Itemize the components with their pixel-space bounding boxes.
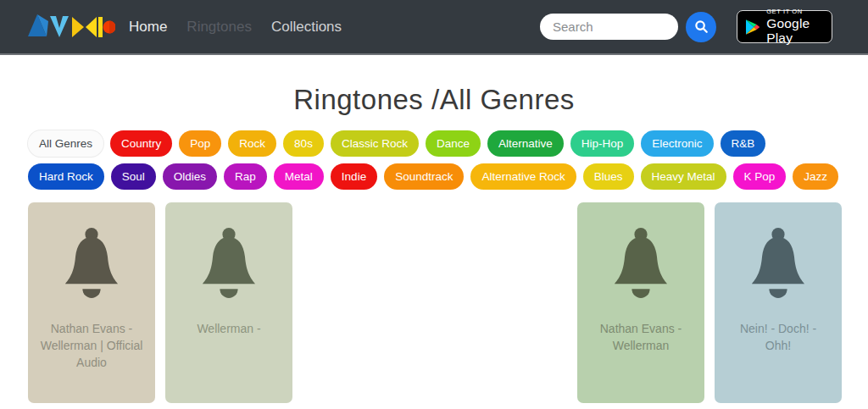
bell-icon	[746, 226, 810, 311]
genre-pill-alternative[interactable]: Alternative	[487, 130, 564, 157]
genre-pill-blues[interactable]: Blues	[583, 163, 634, 190]
genre-pill-all-genres[interactable]: All Genres	[28, 130, 103, 157]
genre-pill-oldies[interactable]: Oldies	[163, 163, 217, 190]
ringtone-card[interactable]: Nein! - Doch! - Ohh!	[715, 202, 842, 403]
ringtone-title: Nathan Evans - Wellerman	[588, 320, 693, 354]
card-slot-5: Nein! - Doch! - Ohh!	[715, 202, 842, 403]
genre-pill-rap[interactable]: Rap	[224, 163, 267, 190]
nav-item-home[interactable]: Home	[129, 19, 167, 36]
ringtone-card[interactable]: Wellerman -	[165, 202, 292, 403]
search-input[interactable]	[540, 14, 678, 40]
genre-pill-alternative-rock[interactable]: Alternative Rock	[470, 163, 576, 190]
genre-pill-heavy-metal[interactable]: Heavy Metal	[641, 163, 726, 190]
nav-item-ringtones[interactable]: Ringtones	[186, 19, 252, 36]
play-badge-line2: Google Play	[766, 16, 823, 45]
genre-pill-electronic[interactable]: Electronic	[641, 130, 713, 157]
card-slot-1: Wellerman -	[165, 202, 292, 403]
ringtone-card[interactable]: Nathan Evans - Wellerman	[577, 202, 704, 403]
genre-pill-k-pop[interactable]: K Pop	[733, 163, 787, 190]
search-icon	[694, 19, 709, 34]
card-slot-3	[440, 202, 567, 403]
genre-pill-r-b[interactable]: R&B	[721, 130, 766, 157]
genre-pill-rock[interactable]: Rock	[228, 130, 276, 157]
ringtone-title: Nathan Evans - Wellerman | Official Audi…	[39, 320, 144, 371]
ringtone-grid: Nathan Evans - Wellerman | Official Audi…	[28, 202, 868, 403]
play-badge-text: GET IT ON Google Play	[766, 8, 823, 44]
ringtone-card[interactable]: Nathan Evans - Wellerman | Official Audi…	[28, 202, 155, 403]
genre-pill-indie[interactable]: Indie	[331, 163, 377, 190]
genre-pill-jazz[interactable]: Jazz	[793, 163, 838, 190]
genre-pill-pop[interactable]: Pop	[179, 130, 221, 157]
audiko-logo[interactable]	[28, 11, 115, 42]
page-title: Ringtones /All Genres	[0, 84, 868, 116]
genre-pill-metal[interactable]: Metal	[274, 163, 324, 190]
bell-icon	[197, 226, 261, 311]
play-store-icon	[746, 17, 760, 37]
card-slot-2	[303, 202, 430, 403]
card-slot-0: Nathan Evans - Wellerman | Official Audi…	[28, 202, 155, 403]
genre-pill-dance[interactable]: Dance	[426, 130, 481, 157]
genre-pill-80s[interactable]: 80s	[283, 130, 324, 157]
genre-pill-country[interactable]: Country	[110, 130, 172, 157]
ringtone-title: Wellerman -	[197, 320, 260, 337]
genre-pill-hard-rock[interactable]: Hard Rock	[28, 163, 104, 190]
search-area	[540, 12, 716, 42]
play-badge-line1: GET IT ON	[766, 8, 823, 15]
search-button[interactable]	[686, 12, 716, 42]
bell-icon	[59, 226, 124, 311]
genre-row-2: Hard RockSoulOldiesRapMetalIndieSoundtra…	[28, 163, 868, 190]
genre-pill-soundtrack[interactable]: Soundtrack	[384, 163, 464, 190]
genre-pill-soul[interactable]: Soul	[111, 163, 156, 190]
card-slot-4: Nathan Evans - Wellerman	[577, 202, 704, 403]
app-header: HomeRingtonesCollections GET IT ON Googl…	[0, 0, 868, 55]
nav-item-collections[interactable]: Collections	[271, 19, 342, 36]
genre-pill-classic-rock[interactable]: Classic Rock	[331, 130, 419, 157]
ringtone-title: Nein! - Doch! - Ohh!	[726, 320, 831, 354]
genre-pill-hip-hop[interactable]: Hip-Hop	[570, 130, 635, 157]
main-nav: HomeRingtonesCollections	[129, 19, 342, 36]
google-play-badge[interactable]: GET IT ON Google Play	[737, 10, 832, 43]
bell-icon	[609, 226, 673, 311]
genre-filter: All GenresCountryPopRock80sClassic RockD…	[28, 130, 868, 190]
audiko-logo-icon	[28, 11, 115, 42]
genre-row-1: All GenresCountryPopRock80sClassic RockD…	[28, 130, 868, 157]
